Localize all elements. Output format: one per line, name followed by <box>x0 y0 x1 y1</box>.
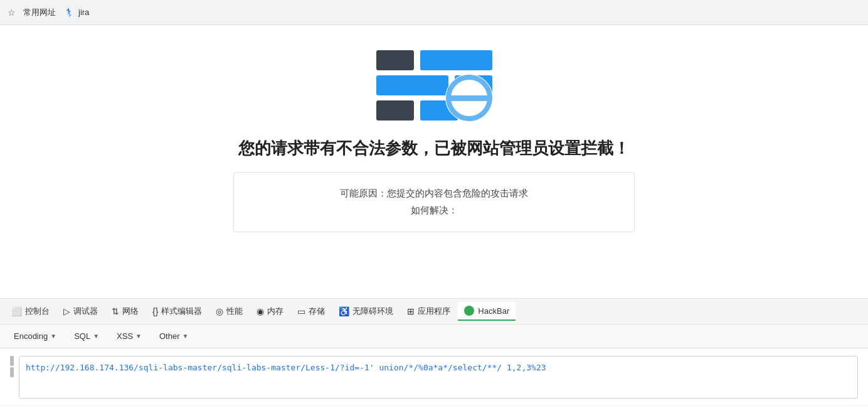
devtools-bar: ⬜ 控制台 ▷ 调试器 ⇅ 网络 {} 样式编辑器 ◎ 性能 ◉ 内存 ▭ 存储… <box>0 298 868 325</box>
bookmark-label: 常用网址 <box>23 7 56 18</box>
bookmark-icon: ☆ <box>8 8 16 18</box>
reason-line: 可能原因：您提交的内容包含危险的攻击请求 <box>272 188 596 200</box>
other-dropdown-arrow: ▼ <box>182 333 188 340</box>
how-to-solve-label: 如何解决： <box>272 205 596 217</box>
other-button[interactable]: Other ▼ <box>153 329 194 343</box>
left-indicator-2 <box>10 367 14 377</box>
style-editor-icon: {} <box>152 306 158 316</box>
left-indicator-1 <box>10 356 14 366</box>
tab-performance-label: 性能 <box>226 306 243 317</box>
other-label: Other <box>159 331 180 341</box>
url-area: http://192.168.174.136/sqli-labs-master/… <box>0 348 868 406</box>
encoding-label: Encoding <box>14 331 48 341</box>
reason-text: 您提交的内容包含危险的攻击请求 <box>387 188 528 198</box>
tab-debugger[interactable]: ▷ 调试器 <box>57 302 104 321</box>
svg-rect-4 <box>376 100 414 121</box>
tab-debugger-label: 调试器 <box>73 306 98 317</box>
tab-memory-label: 内存 <box>267 306 283 317</box>
tab-storage[interactable]: ▭ 存储 <box>291 302 331 321</box>
xss-label: XSS <box>117 331 133 341</box>
tab-hackbar-label: HackBar <box>478 306 509 316</box>
page-title: 您的请求带有不合法参数，已被网站管理员设置拦截！ <box>238 137 630 159</box>
performance-icon: ◎ <box>216 306 223 316</box>
info-box: 可能原因：您提交的内容包含危险的攻击请求 如何解决： <box>233 172 635 232</box>
url-input[interactable]: http://192.168.174.136/sqli-labs-master/… <box>19 356 858 399</box>
reason-prefix: 可能原因： <box>340 188 387 198</box>
jira-bookmark[interactable]: jira <box>63 7 89 18</box>
svg-rect-0 <box>376 50 414 70</box>
tab-network[interactable]: ⇅ 网络 <box>105 302 145 321</box>
svg-rect-2 <box>376 75 448 95</box>
xss-dropdown-arrow: ▼ <box>135 333 142 340</box>
main-content: 您的请求带有不合法参数，已被网站管理员设置拦截！ 可能原因：您提交的内容包含危险… <box>0 25 868 298</box>
tab-app-program-label: 应用程序 <box>418 306 450 317</box>
tab-style-editor[interactable]: {} 样式编辑器 <box>146 302 208 321</box>
xss-button[interactable]: XSS ▼ <box>110 329 148 343</box>
tab-performance[interactable]: ◎ 性能 <box>209 302 249 321</box>
sql-label: SQL <box>74 331 90 341</box>
tab-style-editor-label: 样式编辑器 <box>161 306 202 317</box>
network-icon: ⇅ <box>112 306 119 316</box>
firewall-blocked-icon <box>376 50 492 125</box>
tab-console[interactable]: ⬜ 控制台 <box>5 302 56 321</box>
console-icon: ⬜ <box>11 306 22 316</box>
tab-network-label: 网络 <box>122 306 139 317</box>
svg-rect-8 <box>448 95 490 101</box>
tab-hackbar[interactable]: HackBar <box>458 302 516 321</box>
tab-accessibility-label: 无障碍环境 <box>352 306 393 317</box>
app-program-icon: ⊞ <box>407 306 415 316</box>
hackbar-toolbar: Encoding ▼ SQL ▼ XSS ▼ Other ▼ <box>0 325 868 348</box>
tab-app-program[interactable]: ⊞ 应用程序 <box>401 302 457 321</box>
debugger-icon: ▷ <box>63 306 70 316</box>
jira-label: jira <box>78 8 89 17</box>
memory-icon: ◉ <box>257 306 264 316</box>
browser-topbar: ☆ 常用网址 jira <box>0 0 868 25</box>
sql-dropdown-arrow: ▼ <box>93 333 99 340</box>
tab-memory[interactable]: ◉ 内存 <box>250 302 290 321</box>
svg-rect-1 <box>420 50 492 70</box>
encoding-button[interactable]: Encoding ▼ <box>8 329 63 343</box>
accessibility-icon: ♿ <box>339 306 349 316</box>
sql-button[interactable]: SQL ▼ <box>68 329 105 343</box>
tab-accessibility[interactable]: ♿ 无障碍环境 <box>332 302 400 321</box>
hackbar-dot-icon <box>464 306 474 316</box>
tab-storage-label: 存储 <box>309 306 325 317</box>
encoding-dropdown-arrow: ▼ <box>50 333 56 340</box>
jira-icon <box>63 7 75 18</box>
storage-icon: ▭ <box>297 306 305 316</box>
tab-console-label: 控制台 <box>25 306 50 317</box>
